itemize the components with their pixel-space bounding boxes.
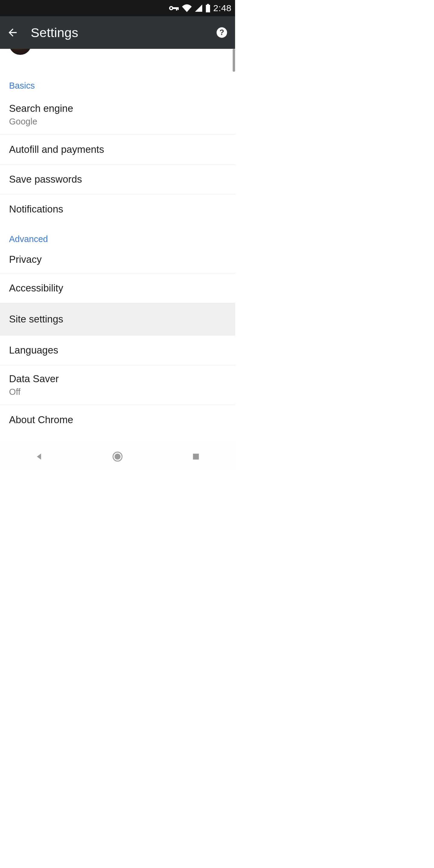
wifi-icon — [182, 4, 192, 12]
item-label: Search engine — [9, 103, 226, 114]
svg-rect-3 — [178, 7, 179, 10]
nav-recents-button[interactable] — [178, 447, 214, 466]
avatar — [9, 49, 31, 55]
page-title: Settings — [31, 25, 216, 40]
help-icon: ? — [216, 27, 227, 38]
battery-icon — [206, 4, 210, 12]
svg-rect-2 — [176, 7, 177, 10]
item-label: Languages — [9, 344, 226, 356]
item-autofill-payments[interactable]: Autofill and payments — [0, 135, 235, 164]
item-notifications[interactable]: Notifications — [0, 194, 235, 224]
help-button[interactable]: ? — [216, 27, 228, 38]
triangle-back-icon — [35, 452, 44, 461]
settings-content: Syncing to Basics Search engine Google A… — [0, 49, 235, 443]
item-about-chrome[interactable]: About Chrome — [0, 405, 235, 435]
square-recents-icon — [192, 453, 200, 461]
status-bar: 2:48 — [0, 0, 235, 16]
item-value: Google — [9, 117, 226, 127]
section-header-basics: Basics — [0, 63, 235, 95]
item-label: Accessibility — [9, 282, 226, 294]
item-label: Privacy — [9, 254, 226, 265]
screen: 2:48 Settings ? Syncing to Basics — [0, 0, 235, 470]
item-label: Site settings — [9, 313, 226, 325]
cell-signal-icon — [195, 4, 203, 12]
svg-text:?: ? — [219, 28, 224, 36]
vpn-key-icon — [169, 5, 179, 11]
item-accessibility[interactable]: Accessibility — [0, 273, 235, 303]
svg-rect-11 — [193, 454, 199, 460]
item-languages[interactable]: Languages — [0, 336, 235, 365]
item-label: Data Saver — [9, 373, 226, 384]
settings-list: Syncing to Basics Search engine Google A… — [0, 49, 235, 435]
item-label: Save passwords — [9, 174, 226, 185]
item-data-saver[interactable]: Data Saver Off — [0, 365, 235, 405]
section-header-advanced: Advanced — [0, 224, 235, 248]
item-site-settings[interactable]: Site settings — [0, 303, 235, 336]
svg-point-10 — [115, 454, 121, 460]
system-nav-bar — [0, 443, 235, 470]
item-save-passwords[interactable]: Save passwords — [0, 164, 235, 194]
nav-home-button[interactable] — [99, 447, 135, 466]
item-value: Off — [9, 387, 226, 397]
item-label: Notifications — [9, 204, 226, 215]
status-time: 2:48 — [213, 3, 231, 13]
circle-home-icon — [112, 451, 123, 462]
svg-rect-5 — [207, 4, 209, 5]
app-bar: Settings ? — [0, 16, 235, 49]
svg-point-4 — [170, 7, 172, 9]
item-search-engine[interactable]: Search engine Google — [0, 95, 235, 135]
arrow-back-icon — [7, 27, 19, 38]
svg-rect-1 — [173, 7, 178, 9]
item-label: About Chrome — [9, 414, 226, 426]
back-button[interactable] — [5, 25, 20, 40]
item-privacy[interactable]: Privacy — [0, 248, 235, 273]
svg-rect-6 — [206, 5, 210, 12]
account-row[interactable]: Syncing to — [0, 49, 235, 63]
nav-back-button[interactable] — [21, 447, 57, 466]
item-label: Autofill and payments — [9, 144, 226, 155]
